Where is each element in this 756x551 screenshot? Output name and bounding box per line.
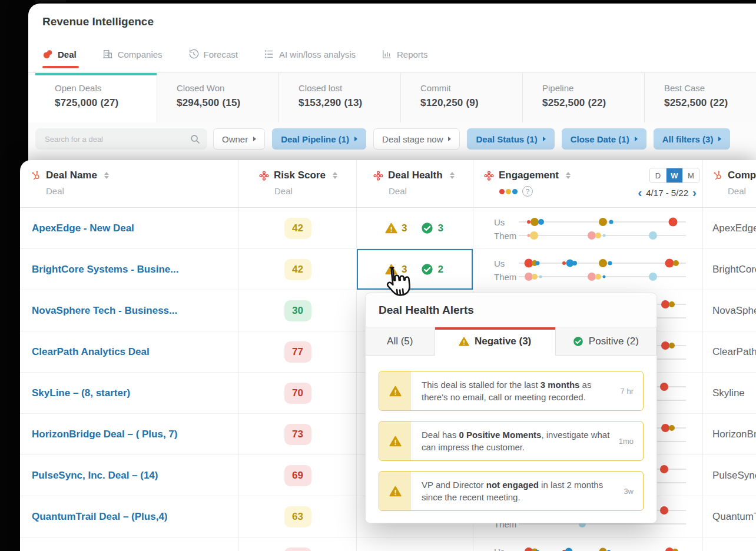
column-header-risk-score: Risk ScoreDeal bbox=[238, 160, 356, 207]
summary-card-commit[interactable]: Commit$120,250 (9) bbox=[401, 73, 523, 122]
engagement-dot bbox=[562, 261, 566, 265]
popover-tab-positive-2[interactable]: Positive (2) bbox=[556, 327, 656, 356]
deal-health-cell[interactable] bbox=[356, 537, 473, 551]
engagement-dot bbox=[602, 276, 605, 278]
check-icon bbox=[421, 263, 433, 276]
positive-alert-count: 2 bbox=[437, 264, 443, 276]
deal-link[interactable]: BrightCore Systems - Busine... bbox=[32, 264, 178, 276]
risk-score-cell bbox=[238, 537, 356, 551]
warning-icon bbox=[385, 223, 397, 234]
nav-tab-reports[interactable]: Reports bbox=[382, 49, 428, 59]
risk-score-cell: 30 bbox=[238, 290, 356, 331]
column-subtitle: Deal bbox=[274, 186, 356, 196]
engagement-dot bbox=[539, 276, 542, 278]
risk-score-badge: 42 bbox=[284, 259, 311, 280]
deal-link[interactable]: NovaSphere Tech - Business... bbox=[32, 305, 177, 317]
company-cell bbox=[702, 537, 756, 551]
legend-dot bbox=[499, 189, 505, 194]
summary-card-closed-lost[interactable]: Closed lost$153,290 (13) bbox=[279, 73, 401, 122]
risk-score-badge: 69 bbox=[284, 465, 311, 486]
filter-chip-label: Deal stage now bbox=[382, 134, 443, 144]
popover-tab-label: Positive (2) bbox=[589, 336, 639, 347]
deal-link[interactable]: HorizonBridge Deal – ( Plus, 7) bbox=[32, 429, 178, 440]
nav-tab-ai-win-loss-analysis[interactable]: AI win/loss analysis bbox=[264, 49, 356, 59]
chevron-right-icon bbox=[354, 137, 357, 141]
gong-icon bbox=[373, 171, 383, 181]
summary-card-value: $252,500 (22) bbox=[664, 97, 756, 109]
engagement-cell: UsThem bbox=[473, 249, 702, 290]
prev-date-range-icon[interactable]: ‹ bbox=[636, 187, 643, 198]
nav-tab-forecast[interactable]: Forecast bbox=[188, 49, 238, 59]
deal-health-cell[interactable]: 32 bbox=[356, 249, 473, 290]
engagement-row-label: Them bbox=[494, 272, 519, 282]
screen-edge-notch bbox=[35, 0, 66, 2]
sort-icon[interactable] bbox=[566, 172, 571, 179]
help-icon[interactable]: ? bbox=[522, 186, 533, 197]
engagement-dot bbox=[602, 234, 605, 237]
engagement-row-label: Us bbox=[494, 217, 519, 227]
sort-icon[interactable] bbox=[333, 172, 337, 179]
deal-search-box[interactable] bbox=[35, 128, 207, 150]
period-m-button[interactable]: M bbox=[682, 168, 699, 182]
risk-score-cell: 42 bbox=[238, 249, 356, 290]
screen: Revenue Intelligence DealCompaniesForeca… bbox=[0, 0, 756, 551]
nav-tab-label: Reports bbox=[397, 49, 428, 59]
engagement-row-label: Us bbox=[494, 258, 519, 268]
filter-chip-owner[interactable]: Owner bbox=[213, 128, 265, 150]
deal-link[interactable]: SkyLine – (8, starter) bbox=[32, 387, 130, 399]
alert-card: This deal is stalled for the last 3 mont… bbox=[379, 371, 644, 411]
engagement-dot bbox=[661, 341, 669, 350]
filter-chip-deal-stage-now[interactable]: Deal stage now bbox=[373, 128, 460, 150]
filter-chip-deal-pipeline-1[interactable]: Deal Pipeline (1) bbox=[272, 128, 366, 150]
sort-icon[interactable] bbox=[450, 172, 455, 179]
deal-link[interactable]: QuantumTrail Deal – (Plus,4) bbox=[32, 511, 168, 523]
primary-nav: DealCompaniesForecastAI win/loss analysi… bbox=[42, 46, 428, 62]
engagement-dot bbox=[669, 343, 675, 348]
alert-timestamp: 1mo bbox=[619, 437, 634, 446]
search-input[interactable] bbox=[44, 134, 190, 144]
search-icon bbox=[190, 134, 200, 144]
warning-icon bbox=[459, 336, 469, 347]
next-date-range-icon[interactable]: › bbox=[691, 187, 698, 198]
period-toggle: DWM bbox=[649, 168, 699, 183]
period-w-button[interactable]: W bbox=[666, 168, 682, 182]
period-d-button[interactable]: D bbox=[650, 168, 666, 182]
nav-tab-label: AI win/loss analysis bbox=[279, 49, 356, 59]
deal-health-cell[interactable]: 33 bbox=[356, 208, 473, 248]
popover-tab-negative-3[interactable]: Negative (3) bbox=[435, 327, 556, 356]
summary-card-best-case[interactable]: Best Case$252,500 (22) bbox=[645, 73, 756, 122]
popover-tab-label: Negative (3) bbox=[475, 336, 531, 347]
alert-body: Deal has 0 Positive Moments, investigate… bbox=[411, 421, 643, 460]
popover-tab-all-5[interactable]: All (5) bbox=[366, 327, 435, 356]
positive-alert-count: 3 bbox=[437, 223, 443, 234]
nav-tab-deal[interactable]: Deal bbox=[42, 49, 77, 59]
chevron-right-icon bbox=[543, 137, 546, 141]
summary-card-pipeline[interactable]: Pipeline$252,500 (22) bbox=[523, 73, 645, 122]
filter-chip-close-date-1[interactable]: Close Date (1) bbox=[562, 128, 646, 150]
deal-name-cell: HorizonBridge Deal – ( Plus, 7) bbox=[20, 414, 238, 454]
deal-link[interactable]: ClearPath Analytics Deal bbox=[32, 346, 150, 358]
column-header-top: Company bbox=[712, 170, 756, 181]
deal-link[interactable]: PulseSync, Inc. Deal – (14) bbox=[32, 470, 158, 482]
deal-link[interactable]: ApexEdge - New Deal bbox=[32, 223, 134, 234]
sort-icon[interactable] bbox=[104, 172, 109, 179]
summary-card-open-deals[interactable]: Open Deals$725,000 (27) bbox=[35, 73, 157, 122]
ai-list-icon bbox=[264, 49, 274, 59]
filter-chip-label: Close Date (1) bbox=[571, 134, 629, 144]
filter-chip-deal-status-1[interactable]: Deal Status (1) bbox=[467, 128, 554, 150]
engagement-dot bbox=[660, 506, 668, 515]
summary-card-label: Closed Won bbox=[177, 83, 278, 93]
warning-icon bbox=[389, 436, 402, 447]
risk-score-badge: 73 bbox=[284, 424, 311, 445]
engagement-dot bbox=[599, 218, 607, 226]
summary-card-closed-won[interactable]: Closed Won$294,500 (15) bbox=[157, 73, 279, 122]
risk-score-badge: 42 bbox=[284, 218, 311, 239]
engagement-dot bbox=[669, 425, 675, 431]
engagement-dot bbox=[530, 231, 538, 240]
column-header-top: Risk Score bbox=[259, 170, 356, 181]
filter-chip-all-filters-3[interactable]: All filters (3) bbox=[654, 128, 731, 150]
nav-tab-companies[interactable]: Companies bbox=[102, 49, 163, 59]
company-cell: NovaSphere bbox=[702, 290, 756, 331]
engagement-dot bbox=[538, 219, 544, 225]
summary-card-value: $153,290 (13) bbox=[299, 97, 400, 109]
